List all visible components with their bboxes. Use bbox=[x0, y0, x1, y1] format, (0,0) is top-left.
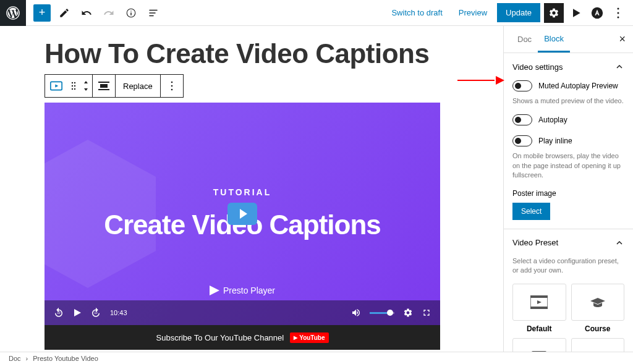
edit-mode-button[interactable] bbox=[56, 4, 73, 22]
align-button[interactable] bbox=[93, 75, 115, 97]
forward-button[interactable]: 10 bbox=[90, 307, 101, 318]
play-overlay-button[interactable] bbox=[227, 203, 257, 225]
breadcrumb-current[interactable]: Presto Youtube Video bbox=[33, 355, 98, 362]
kebab-icon bbox=[617, 7, 619, 19]
youtube-badge[interactable]: YouTube bbox=[290, 332, 328, 343]
panel-title: Video settings bbox=[512, 62, 563, 72]
svg-point-4 bbox=[592, 7, 603, 18]
panel-title: Video Preset bbox=[512, 238, 558, 247]
settings-sidebar: Doc Block × Video settings Muted Autopla… bbox=[503, 26, 633, 352]
muted-autoplay-toggle[interactable] bbox=[512, 80, 532, 91]
play-button[interactable] bbox=[73, 308, 82, 317]
add-block-button[interactable]: + bbox=[33, 4, 51, 22]
video-block-icon bbox=[50, 81, 62, 91]
close-sidebar-button[interactable]: × bbox=[619, 33, 626, 46]
muted-autoplay-label: Muted Autoplay Preview bbox=[538, 82, 618, 90]
tab-block[interactable]: Block bbox=[538, 27, 570, 53]
switch-to-draft-button[interactable]: Switch to draft bbox=[385, 4, 448, 21]
poster-image-label: Poster image bbox=[512, 189, 624, 198]
svg-rect-25 bbox=[530, 307, 548, 309]
update-button[interactable]: Update bbox=[497, 3, 540, 22]
video-block[interactable]: TUTORIAL Create Video Captions Presto Pl… bbox=[45, 103, 440, 350]
video-settings-header[interactable]: Video settings bbox=[512, 62, 624, 72]
svg-text:10: 10 bbox=[57, 311, 61, 315]
preset-3[interactable] bbox=[512, 338, 566, 352]
video-preset-header[interactable]: Video Preset bbox=[512, 238, 624, 248]
svg-rect-17 bbox=[98, 89, 109, 90]
graduation-cap-icon bbox=[590, 297, 606, 308]
poster-bg-shape bbox=[45, 140, 156, 288]
info-button[interactable] bbox=[122, 4, 140, 22]
play-inline-help: On mobile browsers, play the video on th… bbox=[512, 151, 624, 180]
move-buttons[interactable] bbox=[80, 75, 92, 97]
breadcrumb-root[interactable]: Doc bbox=[9, 355, 21, 362]
wordpress-icon bbox=[6, 6, 20, 20]
top-bar: + Switch to draft Preview Update bbox=[0, 0, 633, 26]
autoplay-label: Autoplay bbox=[538, 116, 567, 124]
rewind-button[interactable]: 10 bbox=[53, 307, 64, 318]
top-left-tools: + bbox=[26, 4, 162, 22]
volume-icon bbox=[351, 308, 361, 318]
mute-button[interactable] bbox=[351, 308, 361, 318]
video-poster: TUTORIAL Create Video Captions Presto Pl… bbox=[45, 103, 440, 325]
rewind-icon: 10 bbox=[53, 307, 64, 318]
volume-slider[interactable] bbox=[370, 312, 394, 314]
svg-rect-24 bbox=[530, 295, 548, 298]
info-icon bbox=[125, 7, 137, 19]
svg-point-2 bbox=[130, 11, 132, 12]
select-poster-button[interactable]: Select bbox=[512, 203, 550, 220]
plugin-button[interactable] bbox=[588, 4, 606, 22]
chevron-up-icon bbox=[614, 238, 624, 248]
svg-text:10: 10 bbox=[94, 311, 98, 315]
svg-point-7 bbox=[618, 16, 619, 18]
svg-point-19 bbox=[171, 85, 172, 87]
settings-button[interactable] bbox=[544, 3, 564, 23]
more-options-button[interactable] bbox=[610, 4, 627, 22]
poster-brand: Presto Player bbox=[210, 286, 275, 295]
wordpress-logo[interactable] bbox=[0, 0, 26, 26]
svg-point-10 bbox=[74, 82, 75, 83]
presto-plugin-button[interactable] bbox=[567, 4, 585, 22]
video-preset-panel: Video Preset Select a video configuratio… bbox=[504, 229, 633, 352]
drag-handle[interactable] bbox=[67, 75, 80, 97]
presto-logo-icon bbox=[210, 286, 219, 295]
autoplay-toggle[interactable] bbox=[512, 114, 532, 125]
page-title[interactable]: How To Create Video Captions bbox=[45, 38, 459, 69]
play-inline-toggle[interactable] bbox=[512, 135, 532, 146]
pencil-icon bbox=[59, 7, 70, 19]
block-more-button[interactable] bbox=[161, 75, 183, 97]
svg-point-20 bbox=[171, 89, 172, 91]
preset-default[interactable] bbox=[512, 284, 566, 321]
svg-point-9 bbox=[72, 82, 73, 83]
undo-icon bbox=[81, 7, 92, 19]
block-type-button[interactable] bbox=[45, 75, 67, 97]
poster-brand-label: Presto Player bbox=[223, 286, 275, 295]
redo-button[interactable] bbox=[100, 4, 117, 22]
svg-point-5 bbox=[618, 7, 619, 9]
chevron-up-icon bbox=[614, 62, 624, 72]
filmstrip-icon bbox=[530, 295, 548, 309]
play-icon bbox=[73, 308, 82, 317]
breadcrumb-separator: › bbox=[26, 355, 28, 362]
outline-button[interactable] bbox=[145, 4, 162, 22]
fullscreen-button[interactable] bbox=[422, 308, 431, 318]
preset-4[interactable] bbox=[571, 338, 625, 352]
video-controls: 10 10 10:43 bbox=[45, 300, 440, 325]
editor-canvas: How To Create Video Captions Replace TUT… bbox=[0, 26, 503, 352]
tab-doc[interactable]: Doc bbox=[511, 27, 538, 51]
preset-course[interactable] bbox=[571, 284, 625, 321]
breadcrumb: Doc › Presto Youtube Video bbox=[0, 352, 633, 364]
video-settings-button[interactable] bbox=[403, 308, 413, 318]
replace-button[interactable]: Replace bbox=[116, 75, 160, 97]
muted-autoplay-help: Shows a muted preview of the video. bbox=[512, 96, 624, 106]
preview-button[interactable]: Preview bbox=[452, 4, 493, 21]
sidebar-tabs: Doc Block × bbox=[504, 26, 633, 53]
align-icon bbox=[98, 82, 109, 90]
subscribe-text: Subscribe To Our YouTube Channel bbox=[156, 333, 284, 342]
svg-point-13 bbox=[72, 88, 73, 90]
scrollbar[interactable] bbox=[503, 26, 504, 112]
svg-rect-16 bbox=[100, 84, 108, 88]
undo-button[interactable] bbox=[78, 4, 95, 22]
play-inline-label: Play inline bbox=[538, 137, 572, 145]
kebab-icon bbox=[171, 81, 173, 91]
